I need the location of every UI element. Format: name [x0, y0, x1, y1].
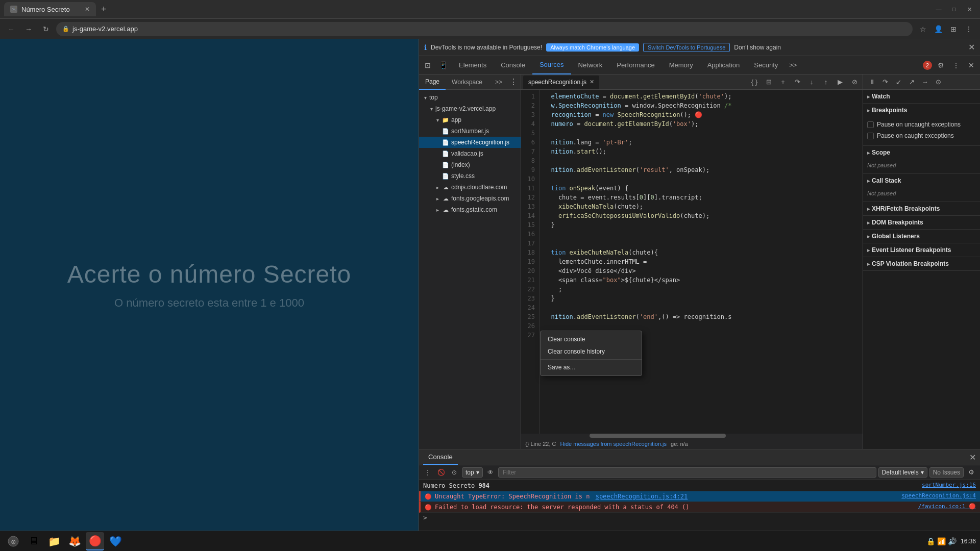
forward-button[interactable]: → — [21, 22, 36, 36]
inspect-element-button[interactable]: ⊡ — [421, 59, 434, 72]
switch-devtools-button[interactable]: Switch DevTools to Portuguese — [643, 43, 730, 52]
tree-item-index[interactable]: 📄 (index) — [419, 159, 521, 170]
resume-button[interactable]: ▶ — [834, 76, 846, 88]
console-source-link[interactable]: sortNumber.js:16 — [922, 482, 976, 488]
browser-tab[interactable]: 🎮 Número Secreto ✕ — [4, 2, 96, 16]
new-tab-button[interactable]: + — [98, 4, 110, 15]
step-over-button[interactable]: ↷ — [791, 76, 803, 88]
xhr-header[interactable]: ▸ XHR/Fetch Breakpoints — [863, 202, 980, 215]
deactivate-bp-button[interactable]: ⊙ — [933, 77, 944, 88]
step-out-button[interactable]: ↑ — [820, 76, 832, 88]
minimize-button[interactable]: — — [932, 4, 945, 15]
tab-close-button[interactable]: ✕ — [85, 6, 90, 13]
ctx-save-as[interactable]: Save as… — [541, 361, 642, 373]
taskbar-app-firefox[interactable]: 🦊 — [65, 532, 84, 550]
notification-close[interactable]: ✕ — [968, 42, 975, 52]
console-context-selector[interactable]: top ▾ — [462, 467, 483, 478]
pause-uncaught-item[interactable]: Pause on uncaught exceptions — [867, 119, 976, 130]
pause-caught-item[interactable]: Pause on caught exceptions — [867, 130, 976, 141]
back-button[interactable]: ← — [4, 22, 18, 36]
step-rp-button[interactable]: → — [919, 77, 930, 88]
address-bar[interactable]: 🔒 js-game-v2.vercel.app — [56, 22, 913, 36]
add-script-snippet[interactable]: + — [777, 76, 789, 88]
extensions-button[interactable]: ⊞ — [946, 22, 961, 36]
callstack-header[interactable]: ▸ Call Stack — [863, 174, 980, 187]
error-link[interactable]: speechRecognition.js:4:21 — [596, 493, 688, 500]
editor-tab-speechrecognition[interactable]: speechRecognition.js ✕ — [523, 76, 599, 89]
navigator-menu-button[interactable]: ⋮ — [506, 77, 521, 87]
pause-caught-checkbox[interactable] — [867, 133, 874, 139]
tree-item-domain[interactable]: ▾ js-game-v2.vercel.app — [419, 103, 521, 114]
profile-button[interactable]: 👤 — [931, 22, 945, 36]
always-match-button[interactable]: Always match Chrome's language — [546, 43, 639, 52]
show-console-sidebar[interactable]: 👁 — [485, 467, 496, 478]
code-scrollbar[interactable] — [521, 434, 863, 438]
step-into-rp-button[interactable]: ↙ — [893, 77, 904, 88]
devtools-settings-button[interactable]: ⚙ — [934, 59, 947, 72]
code-content[interactable]: elementoChute = document.getElementById(… — [540, 90, 863, 434]
reload-button[interactable]: ↻ — [39, 22, 53, 36]
split-editor-button[interactable]: ⊟ — [763, 76, 775, 88]
editor-tab-close[interactable]: ✕ — [590, 79, 594, 85]
format-button[interactable]: { } — [748, 76, 761, 88]
more-tabs-button[interactable]: >> — [785, 61, 801, 69]
nav-tab-workspace[interactable]: Workspace — [446, 74, 488, 90]
tree-item-sortnumber[interactable]: 📄 sortNumber.js — [419, 126, 521, 137]
maximize-button[interactable]: □ — [947, 4, 961, 15]
step-over-rp-button[interactable]: ↷ — [879, 77, 891, 88]
ctx-clear-history[interactable]: Clear console history — [541, 345, 642, 358]
console-tab[interactable]: Console — [423, 450, 458, 465]
devtools-more-button[interactable]: ⋮ — [949, 59, 963, 72]
clear-console-button[interactable]: 🚫 — [435, 467, 447, 478]
taskbar-app-vscode[interactable]: 💙 — [106, 532, 125, 550]
nav-tab-page[interactable]: Page — [419, 74, 446, 90]
console-levels-selector[interactable]: Default levels ▾ — [878, 467, 927, 478]
step-into-button[interactable]: ↓ — [805, 76, 818, 88]
step-out-rp-button[interactable]: ↗ — [906, 77, 917, 88]
tree-item-app-folder[interactable]: ▾ 📁 app — [419, 114, 521, 126]
taskbar-app-files[interactable]: 📁 — [45, 532, 63, 550]
dont-show-again[interactable]: Don't show again — [734, 44, 781, 51]
console-close-button[interactable]: ✕ — [969, 453, 976, 462]
scope-header[interactable]: ▸ Scope — [863, 146, 980, 159]
taskbar-app-chrome[interactable]: 🔴 — [86, 532, 104, 550]
bookmark-button[interactable]: ☆ — [916, 22, 930, 36]
ctx-clear-console[interactable]: Clear console — [541, 333, 642, 345]
scrollbar-thumb[interactable] — [590, 434, 726, 438]
event-header[interactable]: ▸ Event Listener Breakpoints — [863, 243, 980, 257]
tab-memory[interactable]: Memory — [662, 56, 700, 74]
pause-script-button[interactable]: ⏸ — [866, 77, 877, 88]
global-header[interactable]: ▸ Global Listeners — [863, 230, 980, 243]
tree-item-gstatic[interactable]: ▸ ☁ fonts.gstatic.com — [419, 204, 521, 215]
csp-header[interactable]: ▸ CSP Violation Breakpoints — [863, 257, 980, 270]
device-mode-button[interactable]: 📱 — [436, 59, 450, 72]
breakpoints-header[interactable]: ▸ Breakpoints — [863, 104, 980, 117]
hide-messages-link[interactable]: Hide messages from speechRecognition.js — [560, 441, 667, 447]
deactivate-breakpoints[interactable]: ⊘ — [848, 76, 861, 88]
console-issues-selector[interactable]: No Issues — [929, 467, 964, 478]
tab-sources[interactable]: Sources — [532, 56, 571, 74]
console-menu-button[interactable]: ⋮ — [422, 467, 433, 478]
tree-item-googleapis[interactable]: ▸ ☁ fonts.googleapis.com — [419, 193, 521, 204]
code-area[interactable]: 12345 678910 1112131415 1617181920 21222… — [521, 90, 863, 434]
console-gear-button[interactable]: ⚙ — [966, 467, 977, 478]
nav-tab-more[interactable]: >> — [491, 79, 506, 86]
tab-security[interactable]: Security — [747, 56, 785, 74]
tab-application[interactable]: Application — [700, 56, 747, 74]
console-filter-button[interactable]: ⊙ — [449, 467, 460, 478]
tree-item-cdnjs[interactable]: ▸ ☁ cdnjs.cloudflare.com — [419, 182, 521, 193]
console-filter-input[interactable] — [498, 467, 876, 478]
tab-elements[interactable]: Elements — [452, 56, 494, 74]
console-error-source2[interactable]: /favicon.ico:1 🔴 — [918, 503, 976, 510]
dom-header[interactable]: ▸ DOM Breakpoints — [863, 216, 980, 229]
tree-item-top[interactable]: ▾ top — [419, 92, 521, 103]
tab-console[interactable]: Console — [494, 56, 532, 74]
tab-network[interactable]: Network — [571, 56, 610, 74]
console-error-source[interactable]: speechRecognition.js:4 — [901, 492, 976, 499]
pause-uncaught-checkbox[interactable] — [867, 121, 874, 128]
tree-item-speechrecognition[interactable]: 📄 speechRecognition.js — [419, 137, 521, 148]
watch-header[interactable]: ▸ Watch — [863, 90, 980, 103]
devtools-close-button[interactable]: ✕ — [965, 59, 978, 72]
taskbar-app-terminal[interactable]: 🖥 — [24, 532, 43, 550]
tree-item-style[interactable]: 📄 style.css — [419, 170, 521, 182]
